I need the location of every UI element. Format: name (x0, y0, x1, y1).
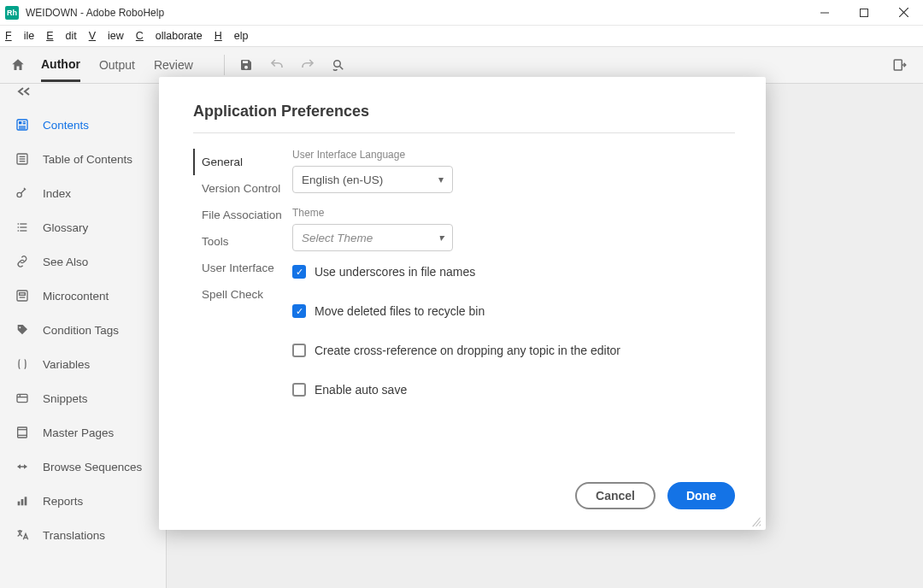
resize-handle-icon[interactable] (750, 515, 761, 526)
sidebar-label: Condition Tags (43, 324, 119, 337)
undo-icon[interactable] (267, 56, 286, 74)
sidebar-label: Microcontent (43, 290, 109, 303)
tab-output[interactable]: Output (99, 58, 135, 72)
app-icon: Rh (5, 6, 19, 20)
modal-content: User Interface Language English (en-US) … (287, 149, 735, 482)
collapse-sidebar-icon[interactable] (0, 84, 166, 108)
sidebar-item-snippets[interactable]: Snippets (0, 381, 166, 415)
option-label: Enable auto save (315, 383, 407, 397)
sidebar-item-variables[interactable]: Variables (0, 347, 166, 381)
modal-footer: Cancel Done (193, 482, 735, 509)
option-autosave[interactable]: Enable auto save (292, 383, 735, 397)
menu-edit[interactable]: Edit (46, 30, 77, 42)
language-dropdown[interactable]: English (en-US) ▾ (292, 166, 453, 193)
nav-file-association[interactable]: File Association (193, 202, 287, 228)
option-underscores[interactable]: ✓ Use underscores in file names (292, 265, 735, 279)
modal-nav: General Version Control File Association… (193, 149, 287, 482)
sidebar-item-reports[interactable]: Reports (0, 484, 166, 518)
svg-rect-31 (18, 427, 27, 438)
checkbox-checked-icon[interactable]: ✓ (292, 265, 306, 279)
done-button[interactable]: Done (667, 482, 735, 509)
home-icon[interactable] (10, 57, 27, 73)
sidebar-item-browsesequences[interactable]: Browse Sequences (0, 450, 166, 484)
menu-view[interactable]: View (89, 30, 124, 42)
option-label: Use underscores in file names (315, 265, 475, 279)
exit-panel-icon[interactable] (891, 56, 909, 74)
window-controls (805, 0, 923, 26)
tab-author[interactable]: Author (41, 57, 80, 82)
window-title: WEIDOWN - Adobe RoboHelp (26, 7, 805, 19)
microcontent-icon (15, 289, 34, 303)
sidebar-item-toc[interactable]: Table of Contents (0, 142, 166, 176)
toolbar-divider (224, 55, 225, 75)
reports-icon (15, 494, 34, 508)
sidebar: Contents Table of Contents Index Glossar… (0, 84, 167, 588)
svg-rect-8 (19, 121, 21, 124)
index-icon (15, 186, 34, 200)
menu-collaborate[interactable]: Collaborate (136, 30, 203, 42)
find-replace-icon[interactable] (329, 56, 348, 74)
close-button[interactable] (884, 0, 923, 26)
redo-icon[interactable] (298, 56, 317, 74)
nav-tools[interactable]: Tools (193, 228, 287, 255)
checkbox-checked-icon[interactable]: ✓ (292, 304, 306, 318)
minimize-button[interactable] (805, 0, 844, 26)
svg-rect-35 (21, 499, 24, 505)
sidebar-item-glossary[interactable]: Glossary (0, 210, 166, 244)
nav-general[interactable]: General (193, 149, 287, 175)
menu-help[interactable]: Help (215, 30, 249, 42)
sidebar-label: Master Pages (43, 426, 114, 439)
language-value: English (en-US) (302, 173, 383, 186)
theme-label: Theme (292, 207, 735, 219)
toc-icon (15, 152, 34, 166)
chevron-down-icon: ▾ (438, 232, 444, 244)
svg-line-5 (339, 67, 343, 70)
checkbox-unchecked-icon[interactable] (292, 383, 306, 397)
sidebar-item-contents[interactable]: Contents (0, 108, 166, 142)
sidebar-item-conditiontags[interactable]: Condition Tags (0, 313, 166, 347)
snippets-icon (15, 391, 34, 405)
sidebar-label: Translations (43, 529, 105, 542)
sidebar-item-microcontent[interactable]: Microcontent (0, 279, 166, 313)
nav-spell-check[interactable]: Spell Check (193, 281, 287, 308)
save-icon[interactable] (237, 56, 256, 74)
titlebar: Rh WEIDOWN - Adobe RoboHelp (0, 0, 923, 26)
variables-icon (15, 357, 34, 371)
maximize-button[interactable] (844, 0, 884, 26)
preferences-modal: Application Preferences General Version … (159, 77, 766, 530)
theme-dropdown[interactable]: Select Theme ▾ (292, 224, 453, 251)
contents-icon (15, 118, 34, 132)
svg-rect-6 (894, 60, 902, 70)
browsesequences-icon (15, 460, 34, 473)
option-label: Move deleted files to recycle bin (315, 304, 485, 318)
sidebar-label: Snippets (43, 392, 88, 405)
modal-title: Application Preferences (193, 103, 735, 121)
sidebar-label: Table of Contents (43, 153, 132, 166)
option-label: Create cross-reference on dropping any t… (315, 344, 620, 357)
sidebar-item-seealso[interactable]: See Also (0, 244, 166, 279)
menubar: File Edit View Collaborate Help (0, 26, 923, 46)
svg-point-17 (17, 192, 21, 197)
sidebar-label: Index (43, 187, 71, 200)
option-recycle[interactable]: ✓ Move deleted files to recycle bin (292, 304, 735, 318)
option-crossref[interactable]: Create cross-reference on dropping any t… (292, 344, 735, 357)
sidebar-item-masterpages[interactable]: Master Pages (0, 415, 166, 450)
svg-rect-34 (18, 502, 21, 506)
masterpages-icon (15, 426, 34, 439)
cancel-button[interactable]: Cancel (575, 482, 656, 509)
sidebar-label: See Also (43, 256, 88, 268)
sidebar-label: Browse Sequences (43, 461, 142, 473)
sidebar-label: Reports (43, 495, 83, 508)
tab-review[interactable]: Review (154, 58, 193, 72)
checkbox-unchecked-icon[interactable] (292, 344, 306, 357)
sidebar-item-index[interactable]: Index (0, 176, 166, 210)
menu-file[interactable]: File (5, 30, 34, 42)
nav-version-control[interactable]: Version Control (193, 175, 287, 202)
svg-point-4 (334, 61, 341, 68)
sidebar-item-translations[interactable]: Translations (0, 518, 166, 552)
nav-user-interface[interactable]: User Interface (193, 255, 287, 281)
svg-point-27 (19, 326, 21, 328)
modal-divider (193, 132, 735, 133)
tag-icon (15, 323, 34, 337)
sidebar-label: Contents (43, 119, 89, 132)
